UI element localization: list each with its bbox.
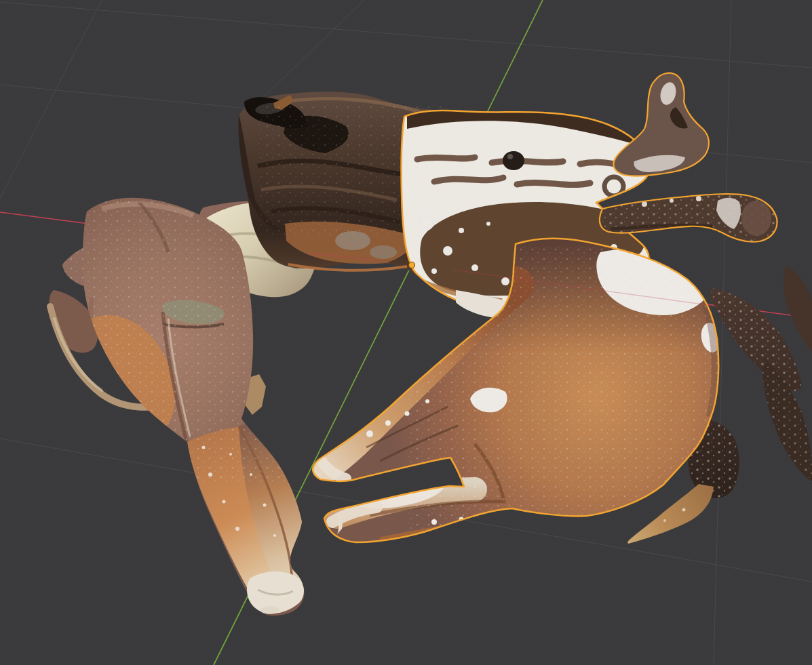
viewport-canvas[interactable] [0,0,812,665]
viewport-3d-scene[interactable] [0,0,812,665]
crab-eye [503,151,524,170]
origin-dot [409,262,415,268]
